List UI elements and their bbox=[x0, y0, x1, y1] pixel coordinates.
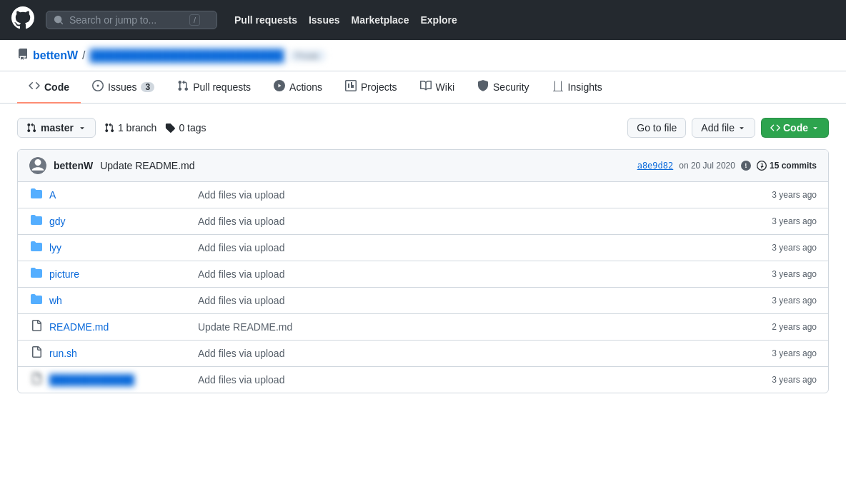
search-input[interactable] bbox=[69, 14, 184, 26]
breadcrumb-separator: / bbox=[82, 49, 85, 62]
repo-tabs: Code Issues 3 Pull requests Actions Proj… bbox=[0, 71, 846, 104]
tab-projects-label: Projects bbox=[361, 81, 397, 93]
file-row: wh Add files via upload 3 years ago bbox=[18, 288, 828, 314]
tab-issues-label: Issues bbox=[108, 81, 136, 93]
tab-insights[interactable]: Insights bbox=[541, 71, 614, 104]
file-time: 3 years ago bbox=[760, 243, 817, 253]
tab-code[interactable]: Code bbox=[17, 71, 81, 104]
file-row: ████████████ Add files via upload 3 year… bbox=[18, 367, 828, 393]
file-time: 3 years ago bbox=[760, 190, 817, 200]
blurred-file-icon bbox=[29, 373, 44, 387]
file-name[interactable]: README.md bbox=[49, 321, 192, 333]
navbar: / Pull requests Issues Marketplace Explo… bbox=[0, 0, 846, 40]
file-row: picture Add files via upload 3 years ago bbox=[18, 261, 828, 288]
file-commit: Update README.md bbox=[198, 321, 754, 333]
repo-icon bbox=[17, 49, 29, 62]
file-name[interactable]: picture bbox=[49, 268, 192, 280]
branches-link[interactable]: 1 branch bbox=[104, 122, 156, 133]
file-name[interactable]: wh bbox=[49, 295, 192, 306]
file-time: 3 years ago bbox=[760, 348, 817, 358]
actions-icon bbox=[274, 80, 285, 94]
nav-issues[interactable]: Issues bbox=[309, 14, 340, 26]
github-logo[interactable] bbox=[11, 6, 34, 34]
tab-actions[interactable]: Actions bbox=[262, 71, 334, 104]
file-name[interactable]: gdy bbox=[49, 216, 192, 227]
branch-bar-left: master 1 branch 0 tags bbox=[17, 118, 206, 138]
wiki-icon bbox=[420, 80, 432, 94]
issue-icon bbox=[92, 80, 104, 94]
file-time: 2 years ago bbox=[760, 322, 817, 332]
file-commit: Add files via upload bbox=[198, 348, 754, 359]
tab-insights-label: Insights bbox=[568, 81, 602, 93]
projects-icon bbox=[345, 80, 357, 94]
tab-security[interactable]: Security bbox=[466, 71, 541, 104]
file-table: bettenW Update README.md a8e9d82 on 20 J… bbox=[17, 149, 829, 393]
repo-content: master 1 branch 0 tags Go to file Add fi… bbox=[0, 104, 846, 408]
private-badge: Private bbox=[289, 50, 326, 61]
tab-actions-label: Actions bbox=[289, 81, 322, 93]
code-button-label: Code bbox=[783, 122, 808, 133]
branch-bar: master 1 branch 0 tags Go to file Add fi… bbox=[17, 118, 829, 138]
add-file-label: Add file bbox=[701, 122, 735, 133]
file-name[interactable]: A bbox=[49, 189, 192, 201]
tab-code-label: Code bbox=[44, 81, 69, 93]
file-icon bbox=[29, 320, 44, 334]
tab-wiki-label: Wiki bbox=[436, 81, 454, 93]
commit-bar: bettenW Update README.md a8e9d82 on 20 J… bbox=[18, 150, 828, 182]
folder-icon bbox=[29, 214, 44, 228]
file-time: 3 years ago bbox=[760, 296, 817, 306]
pr-icon bbox=[177, 80, 189, 94]
folder-icon bbox=[29, 241, 44, 255]
file-row: README.md Update README.md 2 years ago bbox=[18, 314, 828, 341]
file-icon bbox=[29, 346, 44, 361]
file-commit: Add files via upload bbox=[198, 216, 754, 227]
commit-message: Update README.md bbox=[100, 160, 194, 171]
tab-pr-label: Pull requests bbox=[193, 81, 251, 93]
search-box[interactable]: / bbox=[46, 11, 217, 29]
tags-link[interactable]: 0 tags bbox=[165, 122, 206, 133]
file-commit: Add files via upload bbox=[198, 268, 754, 280]
code-button[interactable]: Code bbox=[761, 118, 829, 138]
go-to-file-button[interactable]: Go to file bbox=[627, 118, 686, 138]
code-icon bbox=[29, 80, 40, 94]
branch-name: master bbox=[41, 122, 74, 133]
branch-links: 1 branch 0 tags bbox=[104, 122, 206, 133]
kbd-slash: / bbox=[189, 14, 200, 26]
nav-pull-requests[interactable]: Pull requests bbox=[234, 14, 297, 26]
branch-count: 1 branch bbox=[118, 122, 156, 133]
tab-projects[interactable]: Projects bbox=[334, 71, 409, 104]
branch-selector[interactable]: master bbox=[17, 118, 96, 138]
insights-icon bbox=[552, 80, 564, 94]
file-name-blurred[interactable]: ████████████ bbox=[49, 374, 192, 385]
file-time: 3 years ago bbox=[760, 375, 817, 385]
tab-wiki[interactable]: Wiki bbox=[409, 71, 466, 104]
commit-hash[interactable]: a8e9d82 bbox=[637, 161, 674, 171]
tab-issues[interactable]: Issues 3 bbox=[81, 71, 166, 104]
breadcrumb-owner[interactable]: bettenW bbox=[33, 49, 78, 62]
folder-icon bbox=[29, 267, 44, 281]
file-row: run.sh Add files via upload 3 years ago bbox=[18, 341, 828, 367]
tab-pull-requests[interactable]: Pull requests bbox=[166, 71, 262, 104]
commit-date: on 20 Jul 2020 bbox=[679, 161, 735, 171]
commit-author: bettenW bbox=[54, 160, 93, 171]
file-time: 3 years ago bbox=[760, 216, 817, 226]
folder-icon bbox=[29, 188, 44, 202]
add-file-button[interactable]: Add file bbox=[692, 118, 755, 138]
breadcrumb-repo: ████████████████████████ bbox=[90, 49, 284, 62]
breadcrumb: bettenW / ████████████████████████ Priva… bbox=[0, 40, 846, 71]
folder-icon bbox=[29, 293, 44, 308]
file-row: A Add files via upload 3 years ago bbox=[18, 182, 828, 208]
file-name[interactable]: lyy bbox=[49, 242, 192, 253]
tag-count: 0 tags bbox=[179, 122, 206, 133]
commits-count: 15 commits bbox=[770, 161, 817, 171]
commits-count-link[interactable]: 15 commits bbox=[757, 161, 817, 171]
file-row: lyy Add files via upload 3 years ago bbox=[18, 235, 828, 261]
tab-security-label: Security bbox=[493, 81, 529, 93]
nav-explore[interactable]: Explore bbox=[420, 14, 457, 26]
file-name[interactable]: run.sh bbox=[49, 348, 192, 359]
issues-badge: 3 bbox=[141, 82, 154, 92]
file-commit: Add files via upload bbox=[198, 242, 754, 253]
avatar bbox=[29, 157, 46, 174]
file-commit: Add files via upload bbox=[198, 374, 754, 385]
nav-marketplace[interactable]: Marketplace bbox=[352, 14, 409, 26]
